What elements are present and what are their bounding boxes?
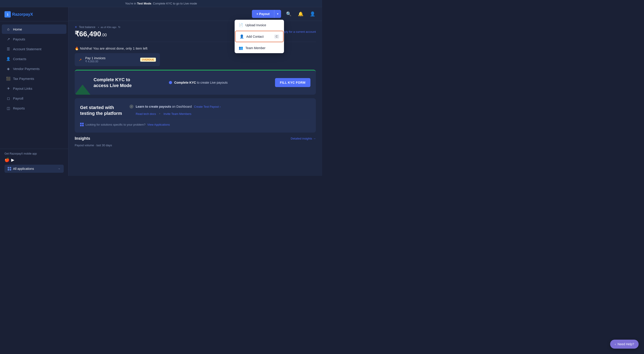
notifications-button[interactable]: 🔔 xyxy=(296,10,305,18)
dot-separator: • xyxy=(159,112,160,116)
create-test-payout-link[interactable]: Create Test Payout › xyxy=(194,105,221,108)
add-contact-label: Add Contact xyxy=(246,35,264,38)
started-right: ✓ Learn to create payouts on Dashboard C… xyxy=(130,104,310,116)
read-tech-docs-link[interactable]: Read tech docs xyxy=(136,112,156,116)
balance-label: ✕ Test balance • as of 43m ago ↻ xyxy=(75,25,245,29)
account-statement-icon: ☰ xyxy=(6,47,10,51)
solutions-text: Looking for solutions specific to your p… xyxy=(86,123,145,126)
sidebar-item-vendor-payments[interactable]: ◈ Vendor Payments xyxy=(2,64,66,73)
step-text: Complete KYC to create Live payouts xyxy=(174,81,228,84)
sidebar-item-home[interactable]: ⌂ Home xyxy=(2,24,66,34)
play-store-icon[interactable]: ▶ xyxy=(11,158,14,162)
logo-area: 1 RazorpayX xyxy=(0,7,68,21)
sidebar-item-payouts[interactable]: ↗ Payouts xyxy=(2,34,66,44)
payout-dropdown-button[interactable]: ▾ xyxy=(274,10,281,18)
grid-dot xyxy=(8,167,9,168)
payout-links-icon: ✈ xyxy=(6,86,10,90)
team-member-item[interactable]: 👥 Team Member xyxy=(235,42,284,53)
kyc-card: Complete KYC to access Live Mode Complet… xyxy=(75,70,316,95)
user-icon: 👤 xyxy=(310,11,316,16)
balance-integer: 66,490 xyxy=(79,30,101,38)
started-inner: Get started with testing the platform ✓ … xyxy=(80,104,310,116)
task-title: Pay 1 invoices xyxy=(85,56,136,60)
step1-text: Learn to create payouts on Dashboard xyxy=(136,105,192,108)
logo: 1 RazorpayX xyxy=(4,11,64,18)
sidebar-item-label: Tax Payments xyxy=(13,77,34,80)
sidebar-item-reports[interactable]: ◫ Reports xyxy=(2,104,66,113)
detailed-insights-link[interactable]: Detailed insights → xyxy=(291,137,316,140)
all-apps-label: All applications xyxy=(13,167,34,170)
payout-dropdown-menu: 📄 Upload Invoice 👤 Add Contact C 👥 Team … xyxy=(235,20,284,53)
all-apps-arrow: → xyxy=(58,167,60,170)
sidebar-item-label: Vendor Payments xyxy=(13,67,40,71)
logo-icon: 1 xyxy=(4,11,11,18)
fill-kyc-button[interactable]: FILL KYC FORM xyxy=(275,78,310,87)
sidebar-item-payroll[interactable]: ◻ Payroll xyxy=(2,94,66,103)
apps-grid-icon xyxy=(80,123,84,126)
profile-button[interactable]: 👤 xyxy=(308,10,317,18)
get-started-card: Get started with testing the platform ✓ … xyxy=(75,98,316,132)
upload-invoice-item[interactable]: 📄 Upload Invoice xyxy=(235,20,284,30)
app-badges: 🍎 ▶ xyxy=(4,158,64,162)
search-icon: 🔍 xyxy=(286,11,292,16)
sidebar-item-tax-payments[interactable]: ⬛ Tax Payments xyxy=(2,74,66,83)
insights-header: Insights Detailed insights → xyxy=(75,136,316,141)
chevron-right-icon: › xyxy=(220,105,220,108)
all-apps-left: All applications xyxy=(8,167,34,170)
search-button[interactable]: 🔍 xyxy=(285,10,293,18)
logo-text: RazorpayX xyxy=(12,12,33,17)
grid-dot xyxy=(10,167,11,168)
payout-main-button[interactable]: + Payout xyxy=(252,10,274,18)
sidebar: 1 RazorpayX ⌂ Home ↗ Payouts ☰ Account S… xyxy=(0,7,68,176)
task-info: Pay 1 invoices ₹ 4,000.00 xyxy=(85,56,136,63)
started-title: Get started with testing the platform xyxy=(80,104,125,116)
contacts-icon: 👤 xyxy=(6,57,10,61)
payroll-icon: ◻ xyxy=(6,96,10,100)
balance-decimal: .00 xyxy=(101,33,107,37)
banner-text: You're in Test Mode. Complete KYC to go … xyxy=(125,2,197,5)
kyc-right: Complete KYC to create Live payouts FILL… xyxy=(169,78,310,87)
upload-invoice-label: Upload Invoice xyxy=(246,23,266,27)
kyc-visual xyxy=(75,81,93,95)
all-applications-button[interactable]: All applications → xyxy=(4,165,64,173)
team-member-label: Team Member xyxy=(246,46,265,50)
sidebar-item-label: Account Statement xyxy=(13,47,42,51)
grid-icon xyxy=(8,167,11,170)
refresh-icon[interactable]: ↻ xyxy=(118,26,120,29)
apple-icon[interactable]: 🍎 xyxy=(4,158,10,162)
task-amount: ₹ 4,000.00 xyxy=(85,60,136,63)
top-banner: You're in Test Mode. Complete KYC to go … xyxy=(0,0,322,7)
add-contact-shortcut: C xyxy=(274,34,279,38)
balance-info: ✕ Test balance • as of 43m ago ↻ ₹66,490… xyxy=(75,25,245,38)
sidebar-item-payout-links[interactable]: ✈ Payout Links xyxy=(2,84,66,93)
header-bar: + Payout ▾ 🔍 🔔 👤 📄 Upload Invoice 👤 xyxy=(68,7,322,21)
home-icon: ⌂ xyxy=(6,27,10,31)
balance-timestamp: as of 43m ago xyxy=(101,26,116,28)
grid-dot xyxy=(10,169,11,170)
invoice-icon: 📄 xyxy=(239,23,243,27)
started-row-1: ✓ Learn to create payouts on Dashboard C… xyxy=(130,104,310,108)
apply-current-account-button[interactable]: + Apply for a current account xyxy=(278,30,316,34)
triangle-decoration xyxy=(75,84,90,95)
add-contact-item[interactable]: 👤 Add Contact C xyxy=(235,31,284,42)
task-arrow-icon: ↗ xyxy=(79,58,82,62)
invite-team-members-link[interactable]: Invite Team Members xyxy=(164,112,191,116)
bell-icon: 🔔 xyxy=(298,11,304,16)
sidebar-item-account-statement[interactable]: ☰ Account Statement xyxy=(2,44,66,54)
grid-dot xyxy=(8,169,9,170)
sidebar-item-label: Payout Links xyxy=(13,86,32,90)
balance-time-ago: • xyxy=(98,26,99,28)
nav-menu: ⌂ Home ↗ Payouts ☰ Account Statement 👤 C… xyxy=(0,21,68,149)
payouts-icon: ↗ xyxy=(6,37,10,41)
reports-icon: ◫ xyxy=(6,106,10,110)
team-icon: 👥 xyxy=(239,46,243,50)
sidebar-bottom: Get RazorpayX mobile app 🍎 ▶ All applica… xyxy=(0,149,68,176)
kyc-title: Complete KYC to access Live Mode xyxy=(94,77,164,88)
view-applications-link[interactable]: View Applications xyxy=(147,123,170,126)
tax-payments-icon: ⬛ xyxy=(6,76,10,80)
overdue-badge: OVERDUE xyxy=(140,58,156,62)
sidebar-item-contacts[interactable]: 👤 Contacts xyxy=(2,54,66,64)
contact-add-icon: 👤 xyxy=(240,34,244,38)
insights-title: Insights xyxy=(75,136,90,141)
task-card[interactable]: ↗ Pay 1 invoices ₹ 4,000.00 OVERDUE xyxy=(75,53,160,66)
